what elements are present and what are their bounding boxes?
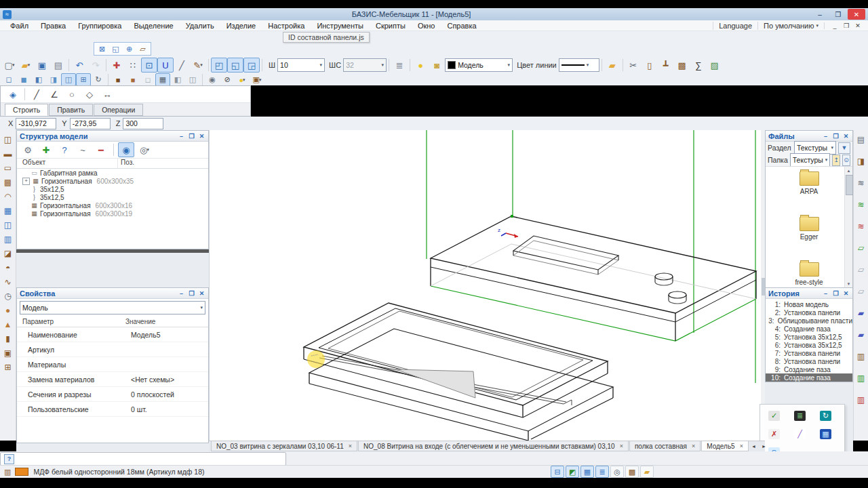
lt-vertical-divider-icon[interactable]: ◫ [1,218,16,231]
menu-item[interactable]: Изделие [220,21,262,30]
lt-sphere-icon[interactable]: ● [1,304,16,317]
save-button[interactable]: ▣ [34,58,50,73]
status-flag-icon[interactable]: ◩ [566,466,579,478]
rotate-mode-button[interactable]: ◲ [243,58,260,73]
child-close-button[interactable]: ✕ [853,22,863,29]
panel-minimize-button[interactable]: – [822,290,829,297]
sum-button[interactable]: ∑ [690,58,707,73]
rt-spring-icon[interactable]: ≋ [854,176,868,189]
menu-item[interactable]: Удалить [180,21,220,30]
rt-spring-delete-icon[interactable]: ≋ [854,220,868,232]
rt-woodbox-icon[interactable]: ▥ [854,350,868,363]
view-iso-button[interactable]: ◨ [46,73,61,86]
z-input[interactable]: 300 [123,118,163,129]
panel-close-button[interactable]: ✕ [198,133,205,140]
scroll-handle[interactable] [846,175,853,195]
command-input[interactable]: ? [0,452,286,466]
scroll-down-icon[interactable]: ▼ [845,280,852,287]
lt-drawer-icon[interactable]: ▣ [1,346,16,359]
rt-box-export-icon[interactable]: ◨ [854,155,868,167]
view-wire-button[interactable]: ◫ [61,73,76,86]
panel-maximize-button[interactable]: ❒ [188,290,195,297]
lt-horizontal-divider-icon[interactable]: ▥ [1,232,16,245]
language-menu[interactable]: Language [713,22,757,30]
history-step-6[interactable]: 6: Установка 35х12,5 [766,341,852,349]
layer-select[interactable]: Модель ▾ [445,58,513,72]
panel-maximize-button[interactable]: ❒ [832,133,840,140]
property-row-article[interactable]: Артикул [17,342,208,357]
plugin-sync-icon[interactable]: ↻ [820,411,831,421]
rt-block-add-icon[interactable]: ▰ [854,306,868,319]
panel-edit-button[interactable]: ▯ [642,58,658,73]
column-object[interactable]: Объект [17,159,117,168]
folder-up-button[interactable]: ↥ [832,155,840,166]
expand-toggle[interactable] [22,186,28,192]
rt-dimension-panel-icon[interactable]: ▤ [854,133,868,146]
tab-edit[interactable]: Править [49,104,93,116]
delete-element-button[interactable]: ━ [93,142,109,157]
materials-button[interactable]: ▣▾ [250,73,264,86]
render-solid-button[interactable]: ■ [125,73,140,86]
menu-item[interactable]: Инструменты [311,21,370,30]
history-step-2[interactable]: 2: Установка панели [766,308,852,317]
tree-item-panel-16[interactable]: ▦ Горизонтальная 600х300х16 [17,201,208,209]
snap-button[interactable]: ⊡ [141,58,157,73]
status-structure-icon[interactable]: ⊟ [551,466,564,478]
close-icon[interactable]: × [740,443,743,449]
folder-select[interactable]: Текстуры ▾ [790,153,831,167]
help-prompt-button[interactable]: ? [4,454,14,464]
plugin-console-icon[interactable]: ≣ [794,411,806,421]
menu-item[interactable]: Окно [412,21,441,30]
status-zoom-icon[interactable]: ◎ [610,466,624,478]
plugin-barcode-icon[interactable]: ✗ [768,429,780,439]
camera-button[interactable]: ◉ [205,73,220,86]
measure-button[interactable]: ✎▾ [190,58,206,73]
render-half-button[interactable]: ◧ [170,73,185,86]
property-row-sections[interactable]: Сечения и разрезы 0 плоскостей [17,387,208,402]
history-step-1[interactable]: 1: Новая модель [766,300,852,308]
pan-mode-button[interactable]: ◱ [227,58,243,73]
clamp-button[interactable]: ┻ [658,58,674,73]
history-step-10[interactable]: 10: Создание паза [766,373,852,382]
history-step-8[interactable]: 8: Установка панели [766,357,852,365]
tree-item-frame[interactable]: ▭ Габаритная рамка [17,169,208,177]
rt-slab-add-icon[interactable]: ▱ [854,241,868,254]
tab-next-button[interactable]: ► [760,442,768,451]
status-box-icon[interactable]: ▩ [625,466,639,478]
panel-maximize-button[interactable]: ❒ [188,133,195,140]
filter-button[interactable]: ▼ [838,142,850,154]
width-select[interactable]: 10 ▾ [277,58,325,72]
view-side-button[interactable]: ◧ [31,73,46,86]
scheme-menu[interactable]: По умолчанию ▾ [757,22,824,30]
lt-rounded-panel-icon[interactable]: ◓ [1,261,16,274]
plugin-screen-icon[interactable]: ▦ [820,429,831,439]
doc-tab-1[interactable]: NO_03 витрина с зеркалами 03,10 06-11 × [211,441,357,451]
panel-minimize-button[interactable]: – [822,133,829,140]
lt-arc-panel-icon[interactable]: ◠ [1,190,16,203]
expand-toggle[interactable] [22,203,28,209]
report-button[interactable]: ▨ [707,58,723,73]
child-restore-button[interactable]: ❒ [842,22,851,29]
dock-splitter[interactable] [16,249,209,253]
doc-tab-3[interactable]: полка составная × [629,441,701,451]
grid-button[interactable]: ∷ [125,58,141,73]
expand-toggle[interactable] [22,170,28,176]
status-grid-icon[interactable]: ▦ [580,466,594,478]
tree-item-profile-2[interactable]: } 35х12,5 [17,193,208,201]
tab-build[interactable]: Строить [5,104,48,116]
close-button[interactable]: ✕ [848,9,865,20]
magnet-button[interactable]: U [157,58,174,73]
property-row-custom[interactable]: Пользовательские 0 шт. [17,402,208,417]
property-row-name[interactable]: Наименование Модель5 [17,327,208,342]
menu-item[interactable]: Правка [35,21,72,30]
line-style-select[interactable]: ▾ [559,58,599,72]
menu-item[interactable]: Группировка [72,21,127,30]
view-front-button[interactable]: ◻ [1,73,16,86]
history-step-3[interactable]: 3: Облицовывание пласти [766,317,852,325]
section-select[interactable]: Текстуры ▾ [794,141,836,155]
lt-angled-panel-icon[interactable]: ◪ [1,247,16,260]
column-position[interactable]: Поз. [117,159,134,168]
expand-toggle[interactable] [22,195,28,201]
panel-minimize-button[interactable]: – [178,290,185,297]
lt-grid-panel-icon[interactable]: ▦ [1,204,16,217]
